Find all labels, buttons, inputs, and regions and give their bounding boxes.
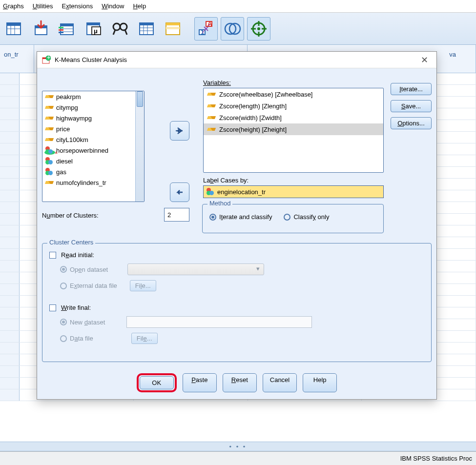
- variables-list[interactable]: Zscore(wheelbase) [Zwheelbase]Zscore(len…: [203, 88, 384, 173]
- ok-button[interactable]: OK: [140, 376, 174, 389]
- source-var-gas[interactable]: gas: [42, 166, 144, 177]
- svg-rect-32: [166, 27, 180, 29]
- close-icon[interactable]: ✕: [417, 55, 432, 65]
- reset-button[interactable]: Reset: [223, 373, 257, 392]
- var-label: highwaympg: [56, 115, 92, 122]
- read-initial-check[interactable]: Read initial:: [49, 251, 424, 259]
- toolbar-target-icon[interactable]: [247, 17, 270, 40]
- toolbar-venn-icon[interactable]: [221, 17, 244, 40]
- svg-text:+: +: [47, 56, 51, 61]
- svg-rect-1: [7, 23, 21, 26]
- toolbar-grid-icon[interactable]: [3, 17, 26, 40]
- svg-text:A: A: [207, 20, 212, 27]
- method-classify-only[interactable]: Classify only: [284, 213, 329, 221]
- svg-rect-11: [59, 27, 63, 28]
- menu-extensions[interactable]: Extensions: [62, 2, 93, 10]
- read-file-button: File...: [130, 280, 156, 291]
- source-var-numofcylinders_tr[interactable]: numofcylinders_tr: [42, 177, 144, 188]
- method-group: Method Iterate and classify Classify onl…: [202, 204, 384, 233]
- var-label: Zscore(width) [Zwidth]: [219, 114, 282, 121]
- toolbar-import-icon[interactable]: [29, 17, 53, 40]
- method-legend: Method: [207, 200, 232, 207]
- toolbar-list-icon[interactable]: [56, 17, 79, 40]
- labelcases-label: Label Cases by:: [203, 177, 248, 184]
- svg-rect-24: [140, 23, 153, 25]
- svg-rect-12: [59, 29, 63, 31]
- var-label: price: [56, 125, 70, 133]
- scale-icon: [45, 93, 53, 101]
- method-iterate-classify[interactable]: Iterate and classify: [209, 213, 272, 221]
- move-to-labelcases-button[interactable]: [170, 182, 189, 202]
- var-label: diesel: [56, 158, 73, 165]
- toolbar-highlight-icon[interactable]: [161, 17, 185, 40]
- svg-rect-13: [59, 32, 63, 33]
- menu-graphs[interactable]: Graphs: [3, 2, 24, 10]
- menu-help[interactable]: Help: [133, 2, 146, 10]
- nominal-icon: [207, 188, 214, 196]
- svg-point-19: [120, 23, 127, 30]
- nominal-icon: [45, 168, 53, 176]
- numclusters-input[interactable]: [164, 208, 189, 222]
- write-final-check[interactable]: Write final:: [49, 304, 424, 311]
- source-var-cityL100km[interactable]: cityL100km: [42, 134, 144, 145]
- svg-point-44: [257, 27, 260, 30]
- source-var-highwaympg[interactable]: highwaympg: [42, 113, 144, 123]
- external-file-radio: External data file: [60, 282, 117, 289]
- var-label: numofcylinders_tr: [56, 179, 106, 186]
- selected-var-0[interactable]: Zscore(wheelbase) [Zwheelbase]: [204, 88, 383, 100]
- svg-rect-8: [61, 24, 73, 26]
- selected-var-3[interactable]: Zscore(height) [Zheight]: [204, 123, 383, 135]
- grid-col-first[interactable]: on_tr: [0, 45, 34, 73]
- source-var-peakrpm[interactable]: peakrpm: [42, 91, 144, 102]
- scale-icon: [207, 90, 215, 98]
- source-variable-list[interactable]: peakrpmcitympghighwaympgpricecityL100kma…: [42, 91, 145, 202]
- svg-line-21: [113, 30, 115, 35]
- scale-icon: [207, 125, 215, 133]
- scale-icon: [45, 114, 53, 122]
- dialog-icon: +: [42, 56, 51, 64]
- kmeans-dialog: + K-Means Cluster Analysis ✕ peakrpmcity…: [37, 51, 437, 400]
- toolbar-mu-icon[interactable]: μ: [82, 17, 105, 40]
- cluster-centers-group: Cluster Centers Read initial: Open datas…: [42, 243, 432, 362]
- var-label: citympg: [56, 104, 78, 111]
- svg-rect-30: [166, 23, 180, 25]
- selected-var-1[interactable]: Zscore(length) [Zlength]: [204, 100, 383, 112]
- toolbar-find-icon[interactable]: [108, 17, 132, 40]
- toolbar-grid2-icon[interactable]: [135, 17, 158, 40]
- nominal-icon: a: [45, 146, 53, 154]
- source-var-price[interactable]: price: [42, 123, 144, 134]
- move-to-variables-button[interactable]: [170, 121, 189, 141]
- save-button[interactable]: Save...: [391, 100, 432, 112]
- svg-text:μ: μ: [94, 27, 98, 35]
- horizontal-scrollbar[interactable]: • • •: [0, 442, 476, 451]
- scale-icon: [207, 114, 215, 121]
- source-var-diesel[interactable]: diesel: [42, 156, 144, 166]
- numclusters-label: Number of Clusters:: [42, 212, 99, 219]
- var-label: Zscore(height) [Zheight]: [219, 126, 287, 133]
- labelcases-field[interactable]: enginelocation_tr: [203, 185, 384, 198]
- var-label: gas: [56, 168, 66, 176]
- side-buttons: Iterate... Save... Options...: [391, 83, 432, 129]
- selected-var-2[interactable]: Zscore(width) [Zwidth]: [204, 112, 383, 123]
- help-button[interactable]: Help: [303, 373, 337, 392]
- cancel-button[interactable]: Cancel: [263, 373, 297, 392]
- var-label: Zscore(length) [Zlength]: [219, 102, 287, 110]
- ok-highlight: OK: [137, 373, 177, 392]
- svg-line-22: [125, 30, 127, 35]
- iterate-button[interactable]: Iterate...: [391, 83, 432, 95]
- menu-window[interactable]: Window: [102, 2, 124, 10]
- dialog-buttons: OK Paste Reset Cancel Help: [37, 373, 436, 392]
- new-dataset-radio: New dataset: [60, 319, 105, 326]
- nominal-icon: [45, 157, 53, 165]
- source-var-horsepowerbinned[interactable]: ahorsepowerbinned: [42, 145, 144, 156]
- source-var-citympg[interactable]: citympg: [42, 102, 144, 113]
- options-button[interactable]: Options...: [391, 117, 432, 129]
- data-file-radio: Data file: [60, 335, 93, 342]
- source-list-scrollbar[interactable]: [135, 91, 144, 202]
- paste-button[interactable]: Paste: [183, 373, 217, 392]
- cc-legend: Cluster Centers: [47, 239, 95, 246]
- toolbar-labels-icon[interactable]: A1: [194, 17, 218, 40]
- status-text: IBM SPSS Statistics Proc: [400, 455, 472, 462]
- menu-utilities[interactable]: Utilities: [33, 2, 53, 10]
- dialog-titlebar: + K-Means Cluster Analysis ✕: [37, 52, 436, 68]
